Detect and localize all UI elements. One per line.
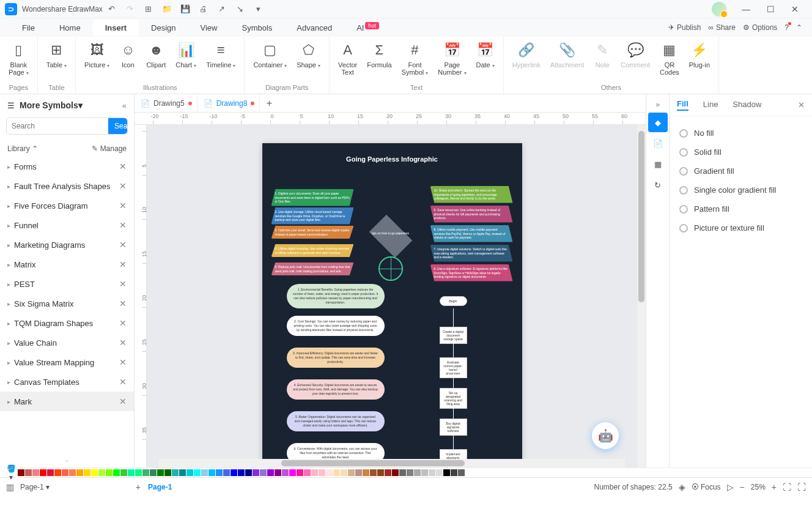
add-page-button[interactable]: + bbox=[136, 482, 141, 492]
color-swatch[interactable] bbox=[451, 469, 457, 476]
redo-button[interactable]: ↷ bbox=[122, 1, 138, 17]
color-swatch[interactable] bbox=[260, 469, 267, 476]
save-button[interactable]: 💾 bbox=[177, 1, 193, 17]
color-swatch[interactable] bbox=[18, 469, 24, 476]
color-swatch[interactable] bbox=[128, 469, 135, 476]
library-item-five-forces-diagram[interactable]: ▸Five Forces Diagram✕ bbox=[0, 196, 134, 215]
color-swatch[interactable] bbox=[194, 469, 201, 476]
color-swatch[interactable] bbox=[142, 469, 149, 476]
focus-button[interactable]: ⦿ Focus bbox=[692, 483, 721, 491]
add-tab-button[interactable]: + bbox=[260, 94, 278, 112]
color-swatch[interactable] bbox=[40, 469, 46, 476]
panel-tab-fill[interactable]: Fill bbox=[677, 99, 688, 111]
color-swatch[interactable] bbox=[282, 469, 289, 476]
export-button[interactable]: ↗ bbox=[214, 1, 230, 17]
minimize-button[interactable]: — bbox=[734, 0, 758, 18]
fullscreen-button[interactable]: ⛶ bbox=[797, 482, 806, 492]
color-swatch[interactable] bbox=[341, 469, 347, 476]
close-icon[interactable]: ✕ bbox=[119, 259, 127, 269]
color-swatch[interactable] bbox=[421, 469, 428, 476]
color-swatch[interactable] bbox=[392, 469, 399, 476]
page-tab[interactable]: Page-1 bbox=[141, 483, 179, 491]
library-item-tqm-diagram-shapes[interactable]: ▸TQM Diagram Shapes✕ bbox=[0, 313, 134, 333]
manage-library-button[interactable]: ✎ Manage bbox=[92, 144, 127, 153]
close-icon[interactable]: ✕ bbox=[119, 299, 127, 308]
qat-dropdown[interactable]: ▾ bbox=[251, 1, 267, 17]
color-swatch[interactable] bbox=[355, 469, 362, 476]
close-icon[interactable]: ✕ bbox=[119, 201, 127, 210]
color-swatch[interactable] bbox=[164, 469, 171, 476]
menu-view[interactable]: View bbox=[188, 20, 230, 36]
color-swatch[interactable] bbox=[465, 469, 472, 476]
panel-tab-line[interactable]: Line bbox=[703, 100, 718, 110]
color-swatch[interactable] bbox=[201, 469, 208, 476]
close-icon[interactable]: ✕ bbox=[119, 318, 127, 328]
color-swatch[interactable] bbox=[253, 469, 259, 476]
color-swatch[interactable] bbox=[62, 469, 68, 476]
close-icon[interactable]: ✕ bbox=[119, 338, 127, 348]
panel-tab-shadow[interactable]: Shadow bbox=[733, 100, 761, 110]
color-swatch[interactable] bbox=[84, 469, 90, 476]
library-item-funnel[interactable]: ▸Funnel✕ bbox=[0, 215, 134, 235]
library-item-mark[interactable]: ▸Mark✕ bbox=[0, 392, 134, 411]
ribbon-icon[interactable]: ☺Icon bbox=[114, 39, 141, 71]
close-icon[interactable]: ✕ bbox=[119, 357, 127, 367]
ribbon-vector-text[interactable]: AVectorText bbox=[333, 39, 362, 78]
ribbon-formula[interactable]: ΣFormula bbox=[362, 39, 396, 71]
library-header[interactable]: Library ⌃ bbox=[7, 144, 38, 153]
close-icon[interactable]: ✕ bbox=[119, 181, 127, 191]
print-button[interactable]: 🖨 bbox=[196, 1, 212, 17]
ribbon-plug-in[interactable]: ⚡Plug-in bbox=[684, 39, 715, 71]
paint-bucket-icon[interactable]: 🪣▾ bbox=[5, 464, 17, 482]
open-button[interactable]: 📁 bbox=[159, 1, 175, 17]
page-list-icon[interactable]: ▥ bbox=[6, 482, 14, 492]
color-swatch[interactable] bbox=[436, 469, 443, 476]
fill-option-pattern-fill[interactable]: Pattern fill bbox=[679, 199, 802, 218]
color-swatch[interactable] bbox=[238, 469, 245, 476]
page-selector[interactable]: Page-1 ▾ bbox=[20, 483, 50, 491]
menu-advanced[interactable]: Advanced bbox=[284, 20, 344, 36]
library-item-six-sigma-matrix[interactable]: ▸Six Sigma Matrix✕ bbox=[0, 294, 134, 313]
color-swatch[interactable] bbox=[458, 469, 465, 476]
new-button[interactable]: ⊞ bbox=[141, 1, 157, 17]
ribbon-date[interactable]: 📅Date ▾ bbox=[471, 39, 500, 71]
color-swatch[interactable] bbox=[297, 469, 303, 476]
layers-icon[interactable]: ◈ bbox=[679, 482, 685, 492]
page-tool[interactable]: 📄 bbox=[648, 133, 668, 153]
color-swatch[interactable] bbox=[407, 469, 413, 476]
zoom-out-button[interactable]: − bbox=[740, 482, 745, 492]
color-swatch[interactable] bbox=[319, 469, 325, 476]
ribbon-clipart[interactable]: ☻Clipart bbox=[141, 39, 171, 71]
menu-file[interactable]: File bbox=[10, 20, 47, 36]
history-tool[interactable]: ↻ bbox=[648, 175, 668, 195]
close-window-button[interactable]: ✕ bbox=[783, 0, 807, 18]
close-icon[interactable]: ✕ bbox=[119, 279, 127, 289]
color-swatch[interactable] bbox=[275, 469, 281, 476]
color-swatch[interactable] bbox=[333, 469, 340, 476]
library-item-value-chain[interactable]: ▸Value Chain✕ bbox=[0, 333, 134, 352]
symbol-search-input[interactable] bbox=[7, 118, 108, 134]
collapse-right-panel[interactable]: » bbox=[648, 97, 668, 111]
color-swatch[interactable] bbox=[348, 469, 355, 476]
color-swatch[interactable] bbox=[326, 469, 333, 476]
presentation-icon[interactable]: ▷ bbox=[727, 482, 734, 492]
symbol-search-button[interactable]: Search bbox=[108, 118, 128, 134]
color-swatch[interactable] bbox=[216, 469, 223, 476]
color-swatch[interactable] bbox=[245, 469, 252, 476]
help-button[interactable]: ? bbox=[784, 23, 789, 32]
menu-symbols[interactable]: Symbols bbox=[229, 20, 284, 36]
color-swatch[interactable] bbox=[91, 469, 98, 476]
color-swatch[interactable] bbox=[429, 469, 435, 476]
library-item-pest[interactable]: ▸PEST✕ bbox=[0, 274, 134, 294]
fill-option-gradient-fill[interactable]: Gradient fill bbox=[679, 162, 802, 181]
color-swatch[interactable] bbox=[209, 469, 215, 476]
library-item-canvas-templates[interactable]: ▸Canvas Templates✕ bbox=[0, 372, 134, 392]
color-swatch[interactable] bbox=[32, 469, 39, 476]
color-swatch[interactable] bbox=[370, 469, 377, 476]
library-item-forms[interactable]: ▸Forms✕ bbox=[0, 157, 134, 176]
collapse-ribbon-button[interactable]: ⌃ bbox=[796, 23, 802, 32]
assistant-fab[interactable]: 🤖 bbox=[592, 422, 619, 449]
color-swatch[interactable] bbox=[157, 469, 164, 476]
close-icon[interactable]: ✕ bbox=[119, 377, 127, 387]
menu-ai[interactable]: AIhot bbox=[344, 19, 391, 36]
